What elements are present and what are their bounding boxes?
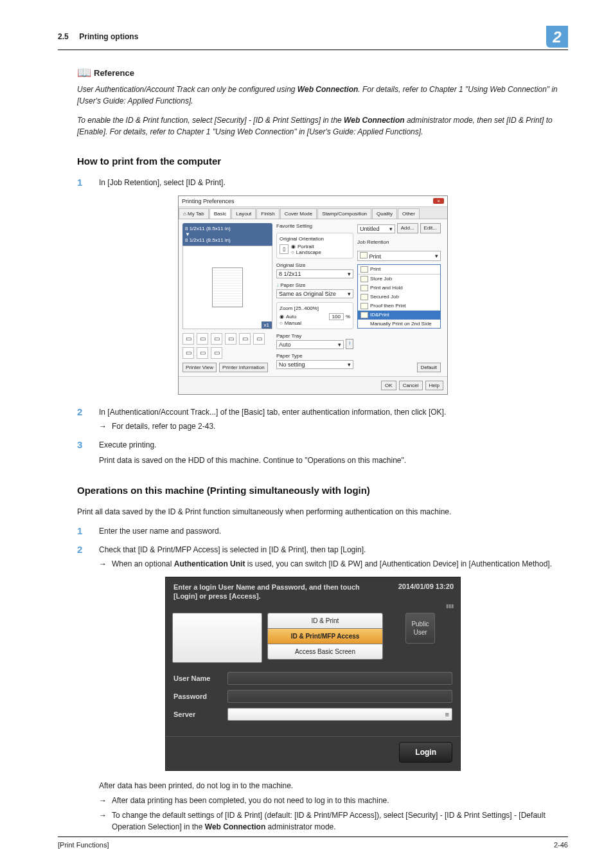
list-icon: ≡ [445,710,449,718]
toolbar-icon[interactable]: ▭ [211,347,222,359]
toolbar-icon[interactable]: ▭ [197,347,208,359]
step-number-2: 2 [77,406,87,433]
pw-tabs: ⌂ My Tab Basic Layout Finish Cover Mode … [179,207,447,219]
dd-label: Print [370,266,380,272]
default-button[interactable]: Default [417,363,441,372]
job-retention-select[interactable]: Print▾ [357,251,441,261]
paper-type-select[interactable]: No setting▾ [276,360,353,369]
toolbar-icon[interactable]: ▭ [182,333,194,345]
login-button[interactable]: Login [399,742,452,763]
access-basic-tab[interactable]: Access Basic Screen [267,644,383,660]
reference-para-2: To enable the ID & Print function, selec… [77,114,568,138]
username-input[interactable] [227,672,452,685]
paper-size-select[interactable]: Same as Original Size▾ [276,289,353,298]
orientation-title: Original Orientation [280,236,350,242]
printing-preferences-window: Printing Preferences × ⌂ My Tab Basic La… [178,195,448,395]
ref2-a: To enable the ID & Print function, selec… [77,116,344,125]
portrait-label: Portrait [298,244,314,249]
copies-indicator: x1 [262,321,272,329]
dd-item-proof[interactable]: Proof then Print [358,302,440,311]
after-line1: After data has been printed, do not log … [99,780,568,792]
ok-button[interactable]: OK [381,381,396,390]
zoom-manual-radio[interactable]: ○Manual [280,320,350,326]
caret-icon: ▾ [435,253,438,259]
favorite-value: Untitled [360,226,380,232]
dd-item-store[interactable]: Store Job [358,275,440,284]
step-b1-body: Enter the user name and password. [99,525,568,538]
tab-quality[interactable]: Quality [372,208,397,219]
paper-type-value: No setting [279,361,305,368]
close-icon[interactable]: × [433,198,444,204]
printer-view-button[interactable]: Printer View [182,363,217,372]
help-button[interactable]: Help [425,381,443,390]
tab-stamp[interactable]: Stamp/Composition [317,208,371,219]
dd-label: Manually Print on 2nd Side [370,321,432,327]
add-button[interactable]: Add... [397,223,418,233]
edit-button[interactable]: Edit... [420,223,441,233]
tab-layout[interactable]: Layout [231,208,256,219]
zoom-pct: % [346,314,350,320]
tab-other[interactable]: Other [398,208,420,219]
tab-mytab[interactable]: ⌂ My Tab [179,208,209,219]
dd-item-idprint[interactable]: ID&Print [358,311,440,320]
info-button[interactable]: i [346,339,353,349]
b2-sub-bold: Authentication Unit [174,559,245,568]
toolbar-icon[interactable]: ▭ [197,333,208,345]
chapter-badge: 2 [546,26,568,48]
toolbar-icon[interactable]: ▭ [225,333,236,345]
job-retention-label: Job Retention [357,239,441,245]
tab-basic[interactable]: Basic [209,208,231,219]
dd-item-printhold[interactable]: Print and Hold [358,284,440,293]
favorite-select[interactable]: Untitled▾ [357,224,395,233]
job-retention-value: Print [369,253,382,260]
public-user-button[interactable]: Public User [405,613,434,644]
original-size-label: Original Size [276,262,353,268]
toolbar-icon[interactable]: ▭ [253,333,265,345]
toolbar-icon[interactable]: ▭ [182,347,194,359]
dd-item-secured[interactable]: Secured Job [358,293,440,302]
printer-info-button[interactable]: Printer Information [219,363,268,372]
ref2-bold: Web Connection [344,116,404,125]
paper-size-label: ↓ Paper Size [276,282,353,288]
header-section: 2.5 [58,32,69,41]
server-label: Server [173,710,220,718]
zoom-title: Zoom [25..400%] [280,305,350,311]
dd-item-manual[interactable]: Manually Print on 2nd Side [358,320,440,328]
toolbar-icon[interactable]: ▭ [239,333,251,345]
original-size-select[interactable]: 8 1/2x11▾ [276,269,353,278]
radio-off-icon: ○ [280,320,283,326]
radio-off-icon: ○ [291,249,294,255]
idprint-mfp-tab[interactable]: ID & Print/MFP Access [267,628,383,644]
password-input[interactable] [227,690,452,703]
landscape-radio[interactable]: ○Landscape [291,249,321,255]
section-b-title: Operations on this machine (Printing sim… [77,485,568,496]
original-size-value: 8 1/2x11 [279,271,301,277]
printer-icon [360,252,368,258]
paper-tray-label: Paper Tray [276,333,353,339]
step-1-body: In [Job Retention], select [ID & Print]. [99,177,568,189]
reference-label: Reference [94,68,134,78]
dd-label: ID&Print [370,312,389,318]
toolbar-icon[interactable]: ▭ [211,333,222,345]
caret-icon: ▾ [389,226,393,232]
hold-icon [360,285,368,291]
after-sub2: To change the default settings of [ID & … [112,809,568,833]
zoom-value[interactable]: 100 [329,313,344,320]
tab-finish[interactable]: Finish [256,208,279,219]
caret-icon: ▾ [348,291,351,297]
reference-icon: 📖 [77,66,91,80]
step-b2-number: 2 [77,544,87,570]
dd-item-print[interactable]: Print [358,265,440,275]
server-select[interactable]: ≡ [227,708,452,721]
idprint-tab[interactable]: ID & Print [267,613,383,628]
arrow-icon: → [99,420,107,433]
zoom-auto-radio[interactable]: ◉Auto 100 % [280,313,350,320]
caret-icon: ▾ [338,341,341,348]
portrait-radio[interactable]: ◉Portrait [291,244,321,249]
paper-tray-select[interactable]: Auto▾ [276,340,344,349]
tab-covermode[interactable]: Cover Mode [280,208,317,219]
paper-type-label: Paper Type [276,353,353,359]
cancel-button[interactable]: Cancel [399,381,423,390]
header-title: Printing options [79,32,138,41]
step-number-3: 3 [77,439,87,467]
